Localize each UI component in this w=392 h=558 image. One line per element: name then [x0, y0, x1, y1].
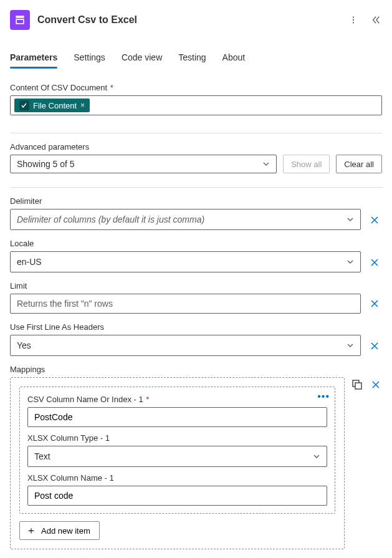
- locale-value: en-US: [17, 257, 42, 267]
- svg-point-0: [353, 16, 354, 17]
- remove-limit-button[interactable]: [367, 296, 382, 311]
- xlsx-type-label: XLSX Column Type - 1: [27, 433, 327, 443]
- remove-headers-button[interactable]: [367, 339, 382, 354]
- mapping-item: ••• CSV Column Name Or Index - 1 * XLSX …: [19, 387, 335, 514]
- tab-code-view[interactable]: Code view: [122, 49, 162, 69]
- page-title: Convert Csv to Excel: [37, 14, 340, 26]
- remove-mappings-button[interactable]: [370, 378, 382, 391]
- add-new-item-label: Add new item: [41, 526, 90, 536]
- delimiter-select[interactable]: Delimiter of columns (by default it is j…: [10, 209, 361, 230]
- headers-value: Yes: [17, 340, 31, 350]
- clear-all-button[interactable]: Clear all: [336, 155, 382, 173]
- svg-rect-4: [355, 383, 361, 389]
- mapping-item-menu-icon[interactable]: •••: [317, 391, 330, 402]
- file-content-token[interactable]: File Content ×: [14, 99, 90, 112]
- svg-point-1: [353, 19, 354, 21]
- delimiter-placeholder: Delimiter of columns (by default it is j…: [17, 214, 204, 224]
- tab-parameters[interactable]: Parameters: [10, 49, 57, 69]
- headers-select[interactable]: Yes: [10, 335, 361, 356]
- xlsx-type-value: Text: [34, 451, 50, 461]
- advanced-select[interactable]: Showing 5 of 5: [10, 155, 277, 173]
- locale-select[interactable]: en-US: [10, 251, 361, 272]
- token-remove-icon[interactable]: ×: [80, 101, 85, 110]
- headers-label: Use First Line As Headers: [10, 322, 361, 332]
- advanced-label: Advanced parameters: [10, 142, 382, 152]
- array-toggle-icon[interactable]: [351, 378, 363, 391]
- show-all-button: Show all: [283, 155, 330, 173]
- xlsx-name-input[interactable]: [27, 486, 327, 506]
- content-label: Content Of CSV Document *: [10, 83, 382, 92]
- remove-delimiter-button[interactable]: [367, 213, 382, 228]
- delimiter-label: Delimiter: [10, 196, 361, 206]
- collapse-icon[interactable]: [370, 14, 382, 26]
- limit-input[interactable]: [10, 294, 361, 314]
- locale-label: Locale: [10, 239, 361, 248]
- mappings-container: ••• CSV Column Name Or Index - 1 * XLSX …: [10, 377, 345, 549]
- chevron-down-icon: [262, 160, 270, 168]
- add-new-item-button[interactable]: ＋ Add new item: [19, 521, 100, 540]
- tabs: Parameters Settings Code view Testing Ab…: [10, 49, 382, 69]
- advanced-select-value: Showing 5 of 5: [17, 159, 75, 169]
- content-input[interactable]: File Content ×: [10, 95, 382, 115]
- limit-label: Limit: [10, 281, 361, 291]
- svg-point-2: [353, 22, 354, 23]
- csv-column-input[interactable]: [27, 407, 327, 427]
- xlsx-type-select[interactable]: Text: [27, 446, 327, 467]
- tab-about[interactable]: About: [222, 49, 246, 69]
- token-icon: [19, 100, 29, 110]
- plus-icon: ＋: [26, 526, 36, 536]
- csv-column-label: CSV Column Name Or Index - 1 *: [27, 395, 327, 404]
- chevron-down-icon: [347, 342, 354, 349]
- remove-locale-button[interactable]: [367, 255, 382, 270]
- tab-settings[interactable]: Settings: [74, 49, 105, 69]
- chevron-down-icon: [313, 453, 320, 460]
- more-icon[interactable]: [347, 14, 360, 26]
- chevron-down-icon: [347, 258, 354, 266]
- mappings-label: Mappings: [10, 365, 382, 374]
- tab-testing[interactable]: Testing: [178, 49, 206, 69]
- token-label: File Content: [33, 101, 77, 110]
- xlsx-name-label: XLSX Column Name - 1: [27, 473, 327, 483]
- action-icon: [10, 10, 30, 30]
- chevron-down-icon: [347, 216, 354, 223]
